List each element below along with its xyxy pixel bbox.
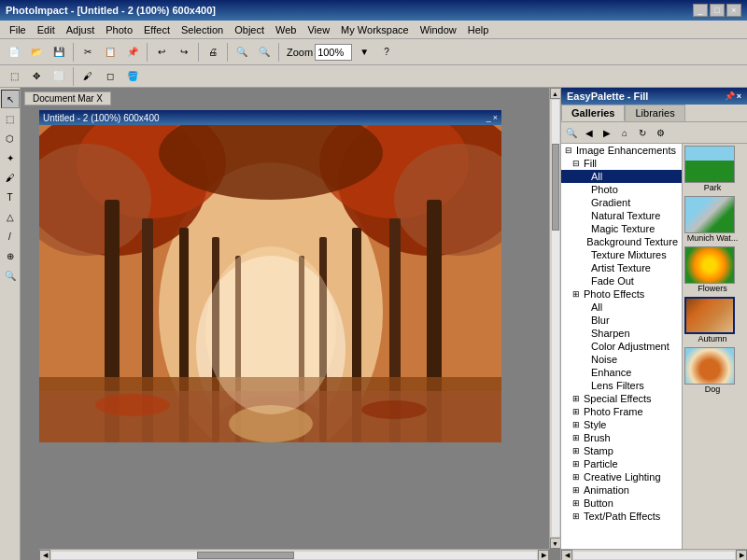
tab-libraries[interactable]: Libraries (625, 105, 684, 121)
cut-btn[interactable]: ✂ (78, 42, 98, 63)
menu-selection[interactable]: Selection (176, 22, 229, 37)
menu-object[interactable]: Object (229, 22, 270, 37)
tree-item[interactable]: Color Adjustment (561, 340, 682, 353)
menu-myworkspace[interactable]: My Workspace (335, 22, 415, 37)
new-btn[interactable]: 📄 (4, 42, 24, 63)
tree-item[interactable]: ⊞Photo Frame (561, 405, 682, 418)
tree-item[interactable]: ⊞Creative Lighting (561, 470, 682, 483)
paste-btn[interactable]: 📌 (122, 42, 143, 63)
vscroll-thumb[interactable] (552, 144, 559, 231)
menu-window[interactable]: Window (415, 22, 462, 37)
ep-search[interactable]: 🔍 (563, 124, 580, 141)
copy-btn[interactable]: 📋 (100, 42, 120, 63)
canvas-area[interactable]: Document Mar X Untitled - 2 (100%) 600x4… (21, 88, 560, 560)
tool-crop[interactable]: ⬜ (49, 66, 69, 87)
tree-item[interactable]: Natural Texture (561, 209, 682, 222)
ep-home[interactable]: ⌂ (616, 124, 633, 141)
tree-item[interactable]: Photo (561, 183, 682, 196)
help-btn[interactable]: ? (376, 42, 397, 63)
tree-scroll-left[interactable]: ◀ (561, 550, 572, 561)
tree-item[interactable]: ⊟Fill (561, 157, 682, 170)
zoom-input[interactable] (315, 44, 352, 61)
hscroll-left[interactable]: ◀ (39, 550, 50, 561)
save-btn[interactable]: 💾 (49, 42, 69, 63)
zoom-in-btn[interactable]: 🔍 (232, 42, 252, 63)
tree-item[interactable]: ⊞Special Effects (561, 392, 682, 405)
tool-brush2[interactable]: 🖌 (1, 168, 20, 187)
tool-zoom[interactable]: 🔍 (1, 266, 20, 285)
vscroll-down[interactable]: ▼ (550, 538, 561, 549)
close-button[interactable]: × (726, 4, 741, 17)
thumbnail-item[interactable]: Flowers (684, 246, 745, 293)
easypanel-close[interactable]: × (737, 91, 741, 101)
print-btn[interactable]: 🖨 (203, 42, 223, 63)
thumbnail-item[interactable]: Autumn (684, 297, 745, 343)
redo-btn[interactable]: ↪ (174, 42, 194, 63)
tab-galleries[interactable]: Galleries (561, 105, 625, 121)
tree-item[interactable]: Lens Filters (561, 379, 682, 392)
tool-text[interactable]: T (1, 188, 20, 206)
tree-item[interactable]: Enhance (561, 366, 682, 379)
menu-help[interactable]: Help (462, 22, 495, 37)
tree-item[interactable]: ⊞Button (561, 497, 682, 510)
thumbnail-item[interactable]: Munich Wat... (684, 196, 745, 243)
tree-item[interactable]: Blur (561, 314, 682, 327)
tree-item[interactable]: Gradient (561, 196, 682, 209)
menu-photo[interactable]: Photo (100, 22, 138, 37)
tool-eraser[interactable]: ◻ (100, 66, 120, 87)
canvas-minimize[interactable]: _ (486, 113, 491, 122)
minimize-button[interactable]: _ (693, 4, 708, 17)
tool-select2[interactable]: ⬚ (1, 109, 20, 128)
menu-file[interactable]: File (4, 22, 32, 37)
tool-magic[interactable]: ✦ (1, 148, 20, 167)
tree-item[interactable]: Fade Out (561, 274, 682, 287)
vscroll-up[interactable]: ▲ (550, 88, 561, 99)
open-btn[interactable]: 📂 (26, 42, 47, 63)
menu-adjust[interactable]: Adjust (61, 22, 101, 37)
tool-arrow[interactable]: ↖ (1, 90, 20, 108)
hscroll-right[interactable]: ▶ (538, 550, 549, 561)
tree-item[interactable]: All (561, 170, 682, 183)
zoom-out-btn[interactable]: 🔍 (254, 42, 275, 63)
tree-item[interactable]: ⊞Style (561, 418, 682, 431)
easypanel-pin[interactable]: 📌 (725, 91, 735, 101)
tool-shape[interactable]: △ (1, 207, 20, 226)
menu-effect[interactable]: Effect (138, 22, 176, 37)
tree-item[interactable]: Noise (561, 353, 682, 366)
hscroll-thumb[interactable] (197, 552, 294, 559)
tree-item[interactable]: Texture Mixtures (561, 248, 682, 261)
tool-paint[interactable]: 🖌 (78, 66, 98, 87)
tool-select[interactable]: ⬚ (4, 66, 24, 87)
ep-refresh[interactable]: ↻ (634, 124, 651, 141)
tree-item[interactable]: All (561, 301, 682, 314)
tree-list[interactable]: ⊟Image Enhancements⊟Fill All Photo Gradi… (561, 144, 683, 549)
ep-options[interactable]: ⚙ (652, 124, 669, 141)
tool-line[interactable]: / (1, 227, 20, 245)
menu-edit[interactable]: Edit (32, 22, 61, 37)
tree-item[interactable]: ⊞Animation (561, 483, 682, 497)
zoom-apply[interactable]: ▼ (354, 42, 374, 63)
thumbnail-item[interactable]: Park (684, 146, 745, 192)
tool-clone[interactable]: ⊕ (1, 246, 20, 265)
ep-forward[interactable]: ▶ (599, 124, 615, 141)
undo-btn[interactable]: ↩ (151, 42, 172, 63)
menu-view[interactable]: View (302, 22, 335, 37)
document-tab[interactable]: Document Mar X (24, 91, 111, 105)
tree-item[interactable]: ⊞Brush (561, 431, 682, 444)
tree-item[interactable]: ⊞Particle (561, 457, 682, 470)
tree-item[interactable]: Background Texture (561, 235, 682, 248)
tree-item[interactable]: ⊞Photo Effects (561, 287, 682, 301)
tool-fill[interactable]: 🪣 (122, 66, 143, 87)
tool-move[interactable]: ✥ (26, 66, 47, 87)
tree-item[interactable]: ⊞Stamp (561, 444, 682, 457)
tree-item[interactable]: Magic Texture (561, 222, 682, 235)
tree-item[interactable]: Artist Texture (561, 261, 682, 274)
canvas-close[interactable]: × (493, 113, 498, 122)
maximize-button[interactable]: □ (710, 4, 725, 17)
tree-item[interactable]: ⊟Image Enhancements (561, 144, 682, 157)
tree-item[interactable]: ⊞Text/Path Effects (561, 510, 682, 523)
tree-item[interactable]: Sharpen (561, 327, 682, 340)
ep-back[interactable]: ◀ (581, 124, 598, 141)
tree-scroll-right[interactable]: ▶ (736, 550, 747, 561)
thumbnail-item[interactable]: Dog (684, 347, 745, 394)
